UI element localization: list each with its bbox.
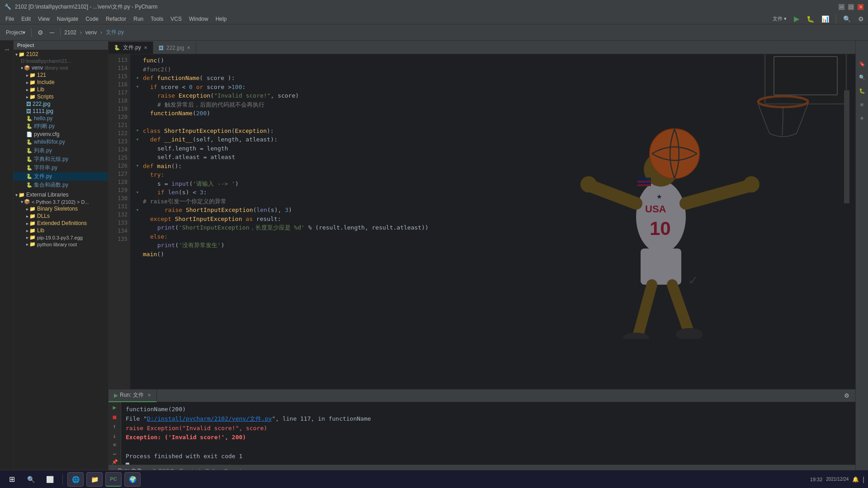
tree-label-pyvenv: pyvenv.cfg xyxy=(34,131,59,137)
menu-code[interactable]: Code xyxy=(82,15,102,23)
tree-item-scripts[interactable]: ▸ 📁 Scripts xyxy=(14,93,108,100)
tree-item-lib[interactable]: ▸ 📁 Lib xyxy=(14,86,108,93)
menu-window[interactable]: Window xyxy=(185,15,212,23)
code-line-117: raise Exception("Invalid score!", score) xyxy=(134,91,852,100)
run-filter-button[interactable]: ≡ xyxy=(110,442,120,448)
run-output: functionName(200) File "D:/install/pycha… xyxy=(121,402,855,465)
tree-item-hello[interactable]: 🐍 hello.py xyxy=(14,115,108,122)
menu-navigate[interactable]: Navigate xyxy=(53,15,82,23)
fav-bookmark-icon[interactable]: 🔖 xyxy=(857,59,867,69)
tree-item-pyvenv[interactable]: 📄 pyvenv.cfg xyxy=(14,131,108,138)
run-panel: ▶ Run: 文件 ✕ ⚙ ▶ ■ ↑ ↓ ≡ xyxy=(108,389,855,477)
tree-item-lib2[interactable]: ▸ 📁 Lib xyxy=(14,227,108,234)
tree-item-dict[interactable]: 🐍 字典和元组.py xyxy=(14,155,108,164)
run-path-link[interactable]: D:/install/pycharm/2102/venv/文件.py xyxy=(147,415,272,422)
taskbar-pycharm[interactable]: PC xyxy=(105,472,122,487)
settings-button[interactable]: ⚙ xyxy=(856,14,866,24)
tree-label-222jpg: 222.jpg xyxy=(33,101,50,107)
tray-notification[interactable]: 🔔 xyxy=(852,476,859,483)
tree-arrow-lib2: ▸ xyxy=(26,228,28,233)
rerun-button[interactable]: ▶ xyxy=(110,404,120,411)
fav-debug-icon[interactable]: 🐛 xyxy=(857,86,867,96)
tree-item-extdefs[interactable]: ▸ 📁 Extended Definitions xyxy=(14,220,108,227)
toolbar-collapse[interactable]: ─ xyxy=(47,28,57,38)
run-tab-run[interactable]: ▶ Run: 文件 ✕ xyxy=(108,389,157,402)
tree-item-python37[interactable]: ▾ 📦 < Python 3.7 (2102) > D... xyxy=(14,198,108,205)
toolbar-settings[interactable]: ⚙ xyxy=(35,28,46,38)
tab-close-222jpg[interactable]: ✕ xyxy=(187,45,190,50)
code-line-113: func() xyxy=(134,56,852,65)
venv-icon: 📦 xyxy=(24,65,30,71)
profile-button[interactable]: 📊 xyxy=(819,14,831,24)
fav-hierarchy-icon[interactable]: ⊕ xyxy=(857,113,867,123)
search-everywhere-button[interactable]: 🔍 xyxy=(841,14,853,24)
menu-help[interactable]: Help xyxy=(212,15,231,23)
tree-label-hello: hello.py xyxy=(34,115,52,122)
taskbar-edge[interactable]: 🌐 xyxy=(67,472,84,487)
tray-date: 2021/12/24 xyxy=(826,477,849,482)
tree-item-set[interactable]: 🐍 集合和函数.py xyxy=(14,181,108,189)
tree-item-venv[interactable]: ▾ 📦 venv library root xyxy=(14,64,108,71)
structure-icon[interactable]: 1 xyxy=(1,44,12,55)
taskbar-search[interactable]: 🔍 xyxy=(23,472,39,487)
run-output-line1: functionName(200) xyxy=(126,405,851,414)
run-pin-button[interactable]: 📌 xyxy=(110,459,120,465)
tree-item-list[interactable]: 🐍 列表.py xyxy=(14,146,108,155)
minimize-button[interactable]: ─ xyxy=(839,4,844,10)
run-up-button[interactable]: ↑ xyxy=(110,423,120,430)
fav-find-icon[interactable]: 🔍 xyxy=(857,72,867,82)
menu-run[interactable]: Run xyxy=(130,15,147,23)
tray-show-desktop[interactable]: | xyxy=(863,476,864,483)
run-config-button[interactable]: 文件 ▾ xyxy=(770,14,789,23)
menu-file[interactable]: File xyxy=(2,15,18,23)
tree-arrow-pylib: ▸ xyxy=(26,242,28,247)
maximize-button[interactable]: □ xyxy=(848,4,854,10)
fav-structure-icon[interactable]: ⊞ xyxy=(857,99,867,109)
gutter-130: ▾ xyxy=(134,206,141,214)
run-settings-button[interactable]: ⚙ xyxy=(842,391,852,400)
taskbar-explorer[interactable]: 📁 xyxy=(86,472,103,487)
code-content[interactable]: func() #func2() ▾ def functionName( scor… xyxy=(130,54,855,389)
tree-item-pylib[interactable]: ▸ 📁 python library root xyxy=(14,241,108,248)
tree-item-1111jpg[interactable]: 🖼 1111.jpg xyxy=(14,108,108,115)
tab-wenjian[interactable]: 🐍 文件.py ✕ xyxy=(108,42,153,54)
tree-item-while[interactable]: 🐍 while和for.py xyxy=(14,138,108,146)
taskbar-browser[interactable]: 🌍 xyxy=(124,472,141,487)
run-button[interactable]: ▶ xyxy=(792,13,802,24)
tree-label-set: 集合和函数.py xyxy=(34,181,68,189)
tree-item-ifjudge[interactable]: 🐍 if判断.py xyxy=(14,122,108,131)
menu-vcs[interactable]: VCS xyxy=(167,15,185,23)
tab-222jpg[interactable]: 🖼 222.jpg ✕ xyxy=(153,42,196,54)
stop-button[interactable]: ■ xyxy=(110,413,120,420)
run-down-button[interactable]: ↓ xyxy=(110,432,120,439)
tree-item-extlibs[interactable]: ▾ 📁 External Libraries xyxy=(14,191,108,198)
tree-item-binary[interactable]: ▸ 📁 Binary Skeletons xyxy=(14,205,108,212)
tree-arrow-root: ▾ xyxy=(15,52,18,57)
debug-button[interactable]: 🐛 xyxy=(804,14,816,24)
tree-item-wenjian[interactable]: 🐍 文件.py xyxy=(14,172,108,181)
folder-icon-root: 📁 xyxy=(19,52,25,57)
tree-item-pip[interactable]: ▸ 📁 pip-19.0.3-py3.7.egg xyxy=(14,234,108,241)
folder-icon-121: 📁 xyxy=(29,72,36,78)
tree-item-char[interactable]: 🐍 字符串.py xyxy=(14,164,108,172)
menu-view[interactable]: View xyxy=(34,15,53,23)
folder-icon-extdefs: 📁 xyxy=(29,221,36,226)
tree-item-dlls[interactable]: ▸ 📁 DLLs xyxy=(14,212,108,220)
tab-close-wenjian[interactable]: ✕ xyxy=(144,45,147,50)
menu-tools[interactable]: Tools xyxy=(147,15,167,23)
tree-item-root[interactable]: ▾ 📁 2102 xyxy=(14,51,108,58)
start-button[interactable]: ⊞ xyxy=(4,472,20,487)
menu-refactor[interactable]: Refactor xyxy=(102,15,130,23)
menu-edit[interactable]: Edit xyxy=(18,15,34,23)
project-dropdown[interactable]: Project▾ xyxy=(4,28,28,37)
main-layout: Project▾ ⚙ ─ 2102 › venv › 文件.py 1 Proje… xyxy=(0,24,868,488)
tree-item-include[interactable]: ▸ 📁 Include xyxy=(14,79,108,86)
tree-item-222jpg[interactable]: 🖼 222.jpg xyxy=(14,100,108,108)
close-button[interactable]: ✕ xyxy=(858,4,863,10)
code-editor[interactable]: 113114115116117 118119120121122 12312412… xyxy=(108,54,855,389)
tree-item-121[interactable]: ▸ 📁 121 xyxy=(14,71,108,79)
taskbar-taskview[interactable]: ⬜ xyxy=(42,472,58,487)
run-tab-close[interactable]: ✕ xyxy=(147,393,151,398)
python-icon-dict: 🐍 xyxy=(26,156,33,162)
run-wrap-button[interactable]: ↵ xyxy=(110,450,120,456)
